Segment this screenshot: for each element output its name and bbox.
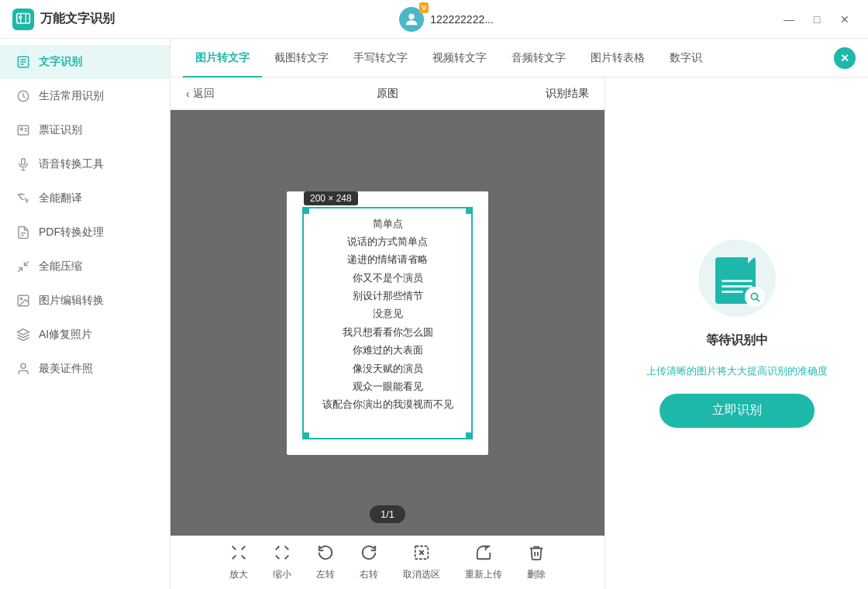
voice-icon: [16, 157, 31, 172]
svg-point-19: [21, 363, 26, 368]
tabbar: 图片转文字 截图转文字 手写转文字 视频转文字 音频转文字 图片转表格 数字识 …: [170, 39, 868, 78]
doc-fold: [748, 253, 759, 264]
image-toolbar: 放大 缩小: [170, 536, 604, 589]
tab-audio-to-text[interactable]: 音频转文字: [499, 39, 578, 78]
maximize-button[interactable]: □: [806, 9, 828, 30]
result-illustration: [698, 239, 776, 317]
sidebar-label-ai: AI修复照片: [39, 328, 92, 342]
vip-badge: V: [419, 2, 429, 13]
sidebar-label-compress: 全能压缩: [39, 260, 82, 274]
reupload-button[interactable]: 重新上传: [465, 544, 502, 581]
life-icon: [16, 88, 31, 104]
corner-bl: [303, 432, 309, 439]
compress-icon: [16, 259, 31, 274]
svg-line-16: [25, 261, 29, 265]
cancel-selection-icon: [413, 544, 430, 565]
sidebar-item-image-edit[interactable]: 图片编辑转换: [0, 284, 170, 318]
pdf-icon: [16, 225, 31, 240]
reupload-icon: [475, 544, 492, 565]
close-button[interactable]: ✕: [834, 9, 856, 30]
sidebar-label-voice: 语音转换工具: [39, 157, 104, 171]
svg-rect-1: [19, 16, 22, 18]
image-container: 200 × 248 简单点 说话的方式简单点 递进的情绪请省略 你又不是个演员 …: [170, 110, 604, 536]
sidebar-item-certificate[interactable]: 票证识别: [0, 113, 170, 147]
app-icon: [12, 9, 34, 30]
titlebar-left: 万能文字识别: [12, 9, 115, 30]
sidebar-item-ai-repair[interactable]: AI修复照片: [0, 318, 170, 352]
tab-handwrite-to-text[interactable]: 手写转文字: [341, 39, 420, 78]
window-controls: — □ ✕: [778, 9, 856, 30]
svg-rect-0: [17, 13, 30, 23]
ai-icon: [16, 327, 31, 343]
tab-video-to-text[interactable]: 视频转文字: [420, 39, 499, 78]
doc-icon: [715, 253, 759, 304]
tab-close-button[interactable]: ✕: [834, 47, 856, 69]
corner-tl: [303, 208, 309, 214]
svg-point-9: [20, 128, 22, 130]
tab-digit-recognition[interactable]: 数字识: [657, 39, 715, 78]
titlebar: 万能文字识别 V 122222222... — □ ✕: [0, 0, 868, 39]
content-area: 图片转文字 截图转文字 手写转文字 视频转文字 音频转文字 图片转表格 数字识 …: [170, 39, 868, 589]
user-info: V 122222222...: [399, 7, 494, 32]
sidebar-item-pdf[interactable]: PDF转换处理: [0, 215, 170, 250]
page-indicator: 1/1: [370, 505, 405, 523]
image-display: 200 × 248 简单点 说话的方式简单点 递进的情绪请省略 你又不是个演员 …: [287, 191, 488, 455]
panel-original-title: 原图: [230, 87, 546, 101]
cert-icon: [16, 122, 31, 138]
delete-button[interactable]: 删除: [527, 544, 546, 581]
svg-line-15: [18, 268, 22, 272]
selection-box: 200 × 248: [302, 207, 473, 439]
sidebar-label-life: 生活常用识别: [39, 89, 104, 103]
rotate-left-icon: [317, 544, 334, 565]
sidebar-item-translate[interactable]: 全能翻译: [0, 181, 170, 215]
image-panel: ‹ 返回 原图 识别结果 200 × 248: [170, 78, 604, 589]
sidebar-label-bestid: 最美证件照: [39, 362, 93, 376]
doc-search-icon: [745, 287, 765, 307]
bestid-icon: [16, 361, 31, 377]
rotate-right-button[interactable]: 右转: [360, 544, 378, 581]
svg-rect-12: [22, 159, 26, 165]
result-panel: 等待识别中 上传清晰的图片将大大提高识别的准确度 立即识别: [604, 78, 868, 589]
back-button[interactable]: ‹ 返回: [186, 87, 215, 101]
corner-br: [466, 432, 472, 439]
zoom-in-button[interactable]: 放大: [229, 544, 248, 581]
work-area: ‹ 返回 原图 识别结果 200 × 248: [170, 78, 868, 589]
app-title: 万能文字识别: [40, 11, 115, 27]
delete-icon: [528, 544, 545, 565]
sidebar-label-pdf: PDF转换处理: [39, 226, 104, 239]
sidebar-item-text-recognition[interactable]: 文字识别: [0, 45, 170, 79]
sidebar-label-image-edit: 图片编辑转换: [39, 294, 104, 308]
translate-icon: [16, 191, 31, 206]
cancel-selection-button[interactable]: 取消选区: [403, 544, 440, 581]
rotate-right-icon: [360, 544, 377, 565]
text-recognition-icon: [16, 54, 31, 70]
rotate-left-button[interactable]: 左转: [316, 544, 335, 581]
tab-image-to-table[interactable]: 图片转表格: [578, 39, 657, 78]
main-layout: 文字识别 生活常用识别 票证识别: [0, 39, 868, 589]
recognize-button[interactable]: 立即识别: [660, 394, 815, 428]
avatar: V: [399, 7, 424, 32]
sidebar-item-best-id[interactable]: 最美证件照: [0, 352, 170, 386]
sidebar-item-compress[interactable]: 全能压缩: [0, 250, 170, 284]
username: 122222222...: [430, 13, 494, 26]
panel-result-title: 识别结果: [546, 87, 589, 101]
minimize-button[interactable]: —: [778, 9, 800, 30]
zoom-in-icon: [230, 544, 247, 565]
corner-tr: [466, 208, 472, 214]
zoom-out-button[interactable]: 缩小: [273, 544, 291, 581]
svg-line-24: [756, 298, 760, 301]
sidebar-item-life-recognition[interactable]: 生活常用识别: [0, 79, 170, 113]
svg-point-2: [408, 13, 414, 19]
panel-header: ‹ 返回 原图 识别结果: [170, 78, 604, 110]
selection-size-label: 200 × 248: [304, 191, 358, 205]
waiting-text: 等待识别中: [706, 332, 768, 349]
tab-screenshot-to-text[interactable]: 截图转文字: [262, 39, 341, 78]
svg-point-23: [751, 293, 757, 299]
tab-image-to-text[interactable]: 图片转文字: [183, 39, 262, 78]
sidebar-label-text-recognition: 文字识别: [39, 55, 82, 69]
sidebar-label-translate: 全能翻译: [39, 191, 82, 205]
sidebar-label-cert: 票证识别: [39, 123, 82, 137]
sidebar-item-voice-tools[interactable]: 语音转换工具: [0, 147, 170, 181]
zoom-out-icon: [274, 544, 291, 565]
svg-point-18: [20, 298, 22, 299]
